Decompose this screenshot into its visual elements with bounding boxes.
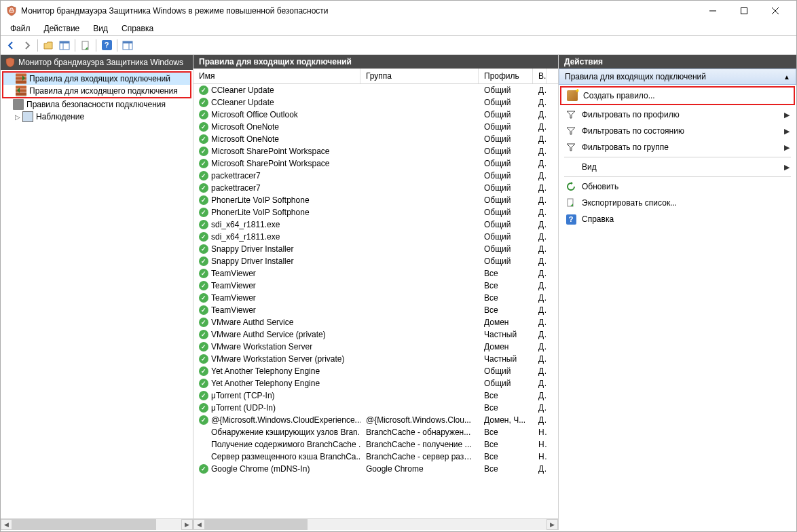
rules-list[interactable]: CCleaner UpdateОбщийД...CCleaner UpdateО…: [193, 84, 558, 518]
action-view[interactable]: Вид ▶: [560, 159, 795, 175]
rule-row[interactable]: Microsoft SharePoint WorkspaceОбщийД...: [193, 145, 558, 157]
action-new-rule[interactable]: Создать правило...: [561, 88, 794, 104]
rule-row[interactable]: TeamViewerВсеД...: [193, 267, 558, 280]
rule-profile: Общий: [479, 121, 533, 132]
rule-row[interactable]: TeamViewerВсеД...: [193, 280, 558, 292]
rule-row[interactable]: TeamViewerВсеД...: [193, 304, 558, 316]
rule-status-icon: [199, 86, 208, 95]
rule-row[interactable]: packettracer7ОбщийД...: [193, 170, 558, 182]
menubar: Файл Действие Вид Справка: [1, 21, 796, 36]
tree-security-rules[interactable]: Правила безопасности подключения: [1, 98, 193, 111]
column-enabled[interactable]: В...: [533, 69, 546, 83]
rule-row[interactable]: PhonerLite VoIP SoftphoneОбщийД...: [193, 194, 558, 206]
tree-horizontal-scrollbar[interactable]: ◀ ▶: [1, 518, 193, 530]
collapse-icon[interactable]: ▲: [783, 73, 790, 81]
outbound-rules-icon: [16, 86, 26, 96]
rule-row[interactable]: TeamViewerВсеД...: [193, 292, 558, 304]
action-export[interactable]: Экспортировать список...: [560, 195, 795, 211]
rule-status-icon: [199, 281, 208, 290]
minimize-button[interactable]: [697, 1, 728, 21]
forward-button[interactable]: [20, 38, 35, 53]
rule-row[interactable]: VMware Workstation Server (private)Частн…: [193, 353, 558, 365]
actions-subheader-label: Правила для входящих подключений: [565, 72, 706, 81]
action-label: Экспортировать список...: [582, 198, 677, 208]
help-button[interactable]: ?: [99, 38, 114, 53]
rule-row[interactable]: Microsoft OneNoteОбщийД...: [193, 133, 558, 145]
rule-row[interactable]: CCleaner UpdateОбщийД...: [193, 96, 558, 109]
rule-row[interactable]: Yet Another Telephony EngineОбщийД...: [193, 377, 558, 390]
rule-enabled: Д...: [533, 207, 546, 218]
rule-status-icon: [199, 195, 208, 205]
show-actions-button[interactable]: [120, 38, 135, 53]
scroll-left-arrow[interactable]: ◀: [193, 519, 205, 530]
rule-row[interactable]: Обнаружение кэширующих узлов Bran...Bran…: [193, 426, 558, 438]
rule-row[interactable]: VMware Authd Service (private)ЧастныйД..…: [193, 328, 558, 341]
rule-name: Microsoft SharePoint Workspace: [211, 147, 330, 156]
rule-row[interactable]: μTorrent (UDP-In)ВсеД...: [193, 402, 558, 414]
rules-horizontal-scrollbar[interactable]: ◀ ▶: [193, 518, 558, 530]
show-hide-tree-button[interactable]: [57, 38, 72, 53]
rule-row[interactable]: μTorrent (TCP-In)ВсеД...: [193, 390, 558, 402]
rule-name: Google Chrome (mDNS-In): [211, 464, 310, 474]
menu-action[interactable]: Действие: [37, 22, 87, 35]
rule-row[interactable]: @{Microsoft.Windows.CloudExperience...@{…: [193, 414, 558, 426]
shield-icon: [5, 57, 16, 68]
rule-group: [360, 297, 479, 299]
rule-name: sdi_x64_r1811.exe: [211, 232, 280, 242]
rule-row[interactable]: Snappy Driver InstallerОбщийД...: [193, 243, 558, 255]
menu-view[interactable]: Вид: [86, 22, 115, 35]
rule-row[interactable]: Сервер размещенного кэша BranchCa...Bran…: [193, 451, 558, 463]
rule-row[interactable]: VMware Authd ServiceДоменД...: [193, 316, 558, 328]
rule-row[interactable]: sdi_x64_r1811.exeОбщийД...: [193, 218, 558, 231]
menu-help[interactable]: Справка: [115, 22, 160, 35]
close-button[interactable]: [760, 1, 791, 21]
rule-enabled: Д...: [533, 341, 546, 352]
scroll-left-arrow[interactable]: ◀: [1, 519, 12, 530]
rule-row[interactable]: Microsoft SharePoint WorkspaceОбщийД...: [193, 157, 558, 170]
rule-profile: Все: [479, 390, 533, 401]
rule-row[interactable]: PhonerLite VoIP SoftphoneОбщийД...: [193, 206, 558, 218]
rule-group: BranchCache - получение ...: [360, 439, 479, 450]
rule-status-icon: [199, 122, 208, 132]
action-filter-state[interactable]: Фильтровать по состоянию ▶: [560, 123, 795, 139]
action-filter-group[interactable]: Фильтровать по группе ▶: [560, 139, 795, 155]
action-help[interactable]: ? Справка: [560, 211, 795, 227]
rule-row[interactable]: Yet Another Telephony EngineОбщийД...: [193, 365, 558, 377]
new-rule-icon: [567, 90, 578, 101]
rule-row[interactable]: CCleaner UpdateОбщийД...: [193, 84, 558, 96]
rules-pane: Правила для входящих подключений Имя Гру…: [193, 55, 559, 530]
rule-group: [360, 346, 479, 347]
rule-row[interactable]: sdi_x64_r1811.exeОбщийД...: [193, 231, 558, 243]
rule-row[interactable]: packettracer7ОбщийД...: [193, 182, 558, 194]
folder-up-button[interactable]: [41, 38, 56, 53]
rule-group: [360, 273, 479, 274]
action-refresh[interactable]: Обновить: [560, 178, 795, 195]
scroll-right-arrow[interactable]: ▶: [181, 519, 193, 530]
expander-icon[interactable]: ▷: [13, 113, 22, 121]
maximize-button[interactable]: [728, 1, 760, 21]
actions-subheader[interactable]: Правила для входящих подключений ▲: [559, 69, 796, 85]
column-profile[interactable]: Профиль: [479, 69, 533, 83]
rule-name: sdi_x64_r1811.exe: [211, 220, 280, 229]
rule-group: [360, 151, 479, 152]
rule-row[interactable]: Получение содержимого BranchCache ...Bra…: [193, 438, 558, 451]
tree-outbound-rules[interactable]: Правила для исходящего подключения: [3, 85, 190, 97]
column-group[interactable]: Группа: [360, 69, 479, 83]
scroll-right-arrow[interactable]: ▶: [546, 519, 558, 530]
rule-row[interactable]: Microsoft Office OutlookОбщийД...: [193, 109, 558, 121]
back-button[interactable]: [3, 38, 18, 53]
rule-row[interactable]: VMware Workstation ServerДоменД...: [193, 341, 558, 353]
rule-name: Обнаружение кэширующих узлов Bran...: [211, 428, 360, 437]
tree-monitoring[interactable]: ▷ Наблюдение: [1, 111, 193, 123]
chevron-right-icon: ▶: [784, 163, 790, 172]
tree-inbound-rules[interactable]: Правила для входящих подключений: [3, 73, 190, 85]
column-name[interactable]: Имя: [193, 69, 360, 83]
rule-row[interactable]: Microsoft OneNoteОбщийД...: [193, 121, 558, 133]
rule-name: TeamViewer: [211, 269, 256, 278]
rule-row[interactable]: Snappy Driver InstallerОбщийД...: [193, 255, 558, 267]
rule-row[interactable]: Google Chrome (mDNS-In)Google ChromeВсеД…: [193, 463, 558, 475]
export-button[interactable]: [78, 38, 93, 53]
action-filter-profile[interactable]: Фильтровать по профилю ▶: [560, 107, 795, 123]
tree-body[interactable]: Правила для входящих подключений Правила…: [1, 70, 193, 518]
menu-file[interactable]: Файл: [3, 22, 37, 35]
